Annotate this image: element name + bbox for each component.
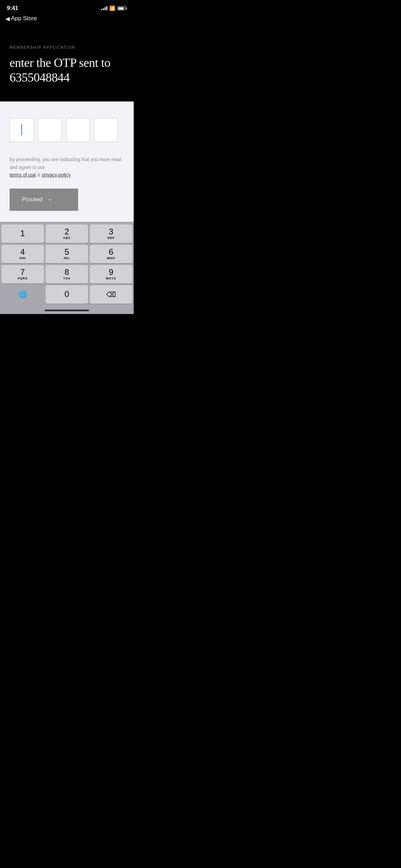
key-8[interactable]: 8 TUV bbox=[46, 265, 88, 284]
keyboard-row-3: 7 PQRS 8 TUV 9 WXYZ bbox=[1, 265, 132, 284]
status-icons: 📶 bbox=[101, 5, 127, 11]
key-4-letters: GHI bbox=[19, 256, 26, 260]
terms-text: by proceeding, you are indicating that y… bbox=[10, 156, 124, 179]
proceed-arrow-icon: → bbox=[47, 196, 53, 203]
delete-icon: ⌫ bbox=[106, 290, 116, 299]
back-label: App Store bbox=[11, 15, 37, 22]
otp-box-4[interactable] bbox=[94, 118, 118, 142]
key-0-number: 0 bbox=[64, 290, 69, 298]
globe-icon: 🌐 bbox=[19, 290, 27, 299]
proceed-label: Proceed bbox=[22, 196, 42, 203]
key-1-number: 1 bbox=[20, 229, 25, 238]
key-5[interactable]: 5 JKL bbox=[46, 245, 88, 263]
key-3-number: 3 bbox=[109, 228, 113, 236]
battery-icon bbox=[117, 6, 127, 10]
key-1[interactable]: 1 bbox=[1, 225, 44, 243]
key-3-letters: DEF bbox=[108, 236, 115, 240]
key-6[interactable]: 6 MNO bbox=[90, 245, 132, 263]
key-9[interactable]: 9 WXYZ bbox=[90, 265, 132, 284]
key-delete[interactable]: ⌫ bbox=[90, 285, 132, 304]
key-2-letters: ABC bbox=[63, 236, 71, 240]
key-7-number: 7 bbox=[20, 268, 25, 276]
section-label: MEMBERSHIP APPLICATION bbox=[10, 45, 124, 49]
terms-separator: & bbox=[37, 172, 42, 178]
main-content: by proceeding, you are indicating that y… bbox=[0, 101, 134, 221]
key-8-number: 8 bbox=[64, 268, 69, 276]
key-2-number: 2 bbox=[64, 228, 69, 236]
header-section: MEMBERSHIP APPLICATION enter the OTP sen… bbox=[0, 25, 134, 101]
keyboard: 1 2 ABC 3 DEF 4 GHI 5 JKL 6 MNO 7 PQRS bbox=[0, 222, 134, 307]
signal-icon bbox=[101, 6, 107, 10]
status-time: 9:41 bbox=[7, 5, 18, 12]
key-3[interactable]: 3 DEF bbox=[90, 225, 132, 243]
key-0[interactable]: 0 bbox=[46, 285, 88, 304]
wifi-icon: 📶 bbox=[109, 5, 115, 11]
keyboard-row-1: 1 2 ABC 3 DEF bbox=[1, 225, 132, 243]
key-7-letters: PQRS bbox=[17, 277, 28, 280]
keyboard-row-2: 4 GHI 5 JKL 6 MNO bbox=[1, 245, 132, 263]
key-5-number: 5 bbox=[64, 248, 69, 256]
key-2[interactable]: 2 ABC bbox=[46, 225, 88, 243]
header-title: enter the OTP sent to 6355048844 bbox=[10, 56, 124, 85]
terms-prefix: by proceeding, you are indicating that y… bbox=[10, 157, 121, 170]
proceed-button[interactable]: Proceed → bbox=[10, 189, 78, 211]
otp-container[interactable] bbox=[10, 118, 124, 142]
key-5-letters: JKL bbox=[63, 256, 70, 260]
back-nav[interactable]: ◀ App Store bbox=[0, 14, 134, 25]
back-arrow-icon: ◀ bbox=[5, 15, 10, 22]
key-7[interactable]: 7 PQRS bbox=[1, 265, 44, 284]
key-globe[interactable]: 🌐 bbox=[1, 285, 44, 304]
key-9-letters: WXYZ bbox=[106, 277, 116, 280]
keyboard-row-4: 🌐 0 ⌫ bbox=[1, 285, 132, 304]
status-bar: 9:41 📶 bbox=[0, 0, 134, 14]
key-4[interactable]: 4 GHI bbox=[1, 245, 44, 263]
otp-box-2[interactable] bbox=[38, 118, 62, 142]
otp-box-1[interactable] bbox=[10, 118, 34, 142]
key-8-letters: TUV bbox=[63, 277, 71, 280]
key-4-number: 4 bbox=[20, 248, 25, 256]
key-6-letters: MNO bbox=[107, 256, 115, 260]
home-indicator bbox=[0, 307, 134, 314]
home-bar bbox=[45, 310, 89, 311]
otp-box-3[interactable] bbox=[66, 118, 90, 142]
privacy-link[interactable]: privacy policy bbox=[42, 172, 71, 178]
terms-link[interactable]: terms of use bbox=[10, 172, 36, 178]
key-9-number: 9 bbox=[109, 268, 113, 276]
key-6-number: 6 bbox=[109, 248, 113, 256]
